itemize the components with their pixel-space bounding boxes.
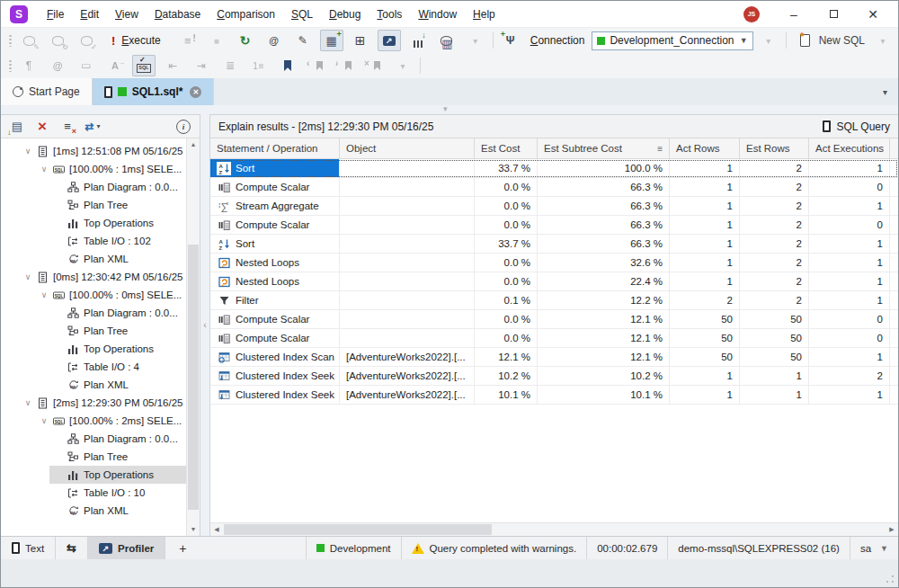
cell-est-cost[interactable]: 10.1 %: [475, 386, 538, 404]
profiler-chart-icon[interactable]: [378, 30, 401, 51]
edit-script-icon[interactable]: [291, 30, 315, 51]
table-row[interactable]: AZ ∑x Filter 0.1 % 1: [210, 291, 898, 310]
cell-act-executions[interactable]: 2: [809, 367, 890, 385]
clear-sessions-icon[interactable]: [56, 116, 79, 138]
cell-est-rows[interactable]: 2: [740, 272, 809, 290]
collapse-panel-icon[interactable]: ‹: [203, 320, 206, 330]
cell-operation[interactable]: AZ ∑x Compute Scalar: [210, 216, 340, 234]
cell-object[interactable]: [340, 178, 475, 196]
cell-operation[interactable]: AZ ∑x Filter: [210, 291, 340, 309]
tree-item[interactable]: SQL XML Plan XML: [1, 250, 186, 268]
cell-act-rows[interactable]: 1: [670, 272, 740, 290]
cell-est-subtree-cost[interactable]: 66.3 %: [538, 216, 670, 234]
cell-act-rows[interactable]: 1: [670, 386, 740, 404]
numbered-list-icon[interactable]: [247, 55, 271, 76]
cell-act-executions[interactable]: 1: [809, 197, 890, 215]
tab-list-caret-icon[interactable]: ▾: [883, 87, 898, 97]
column-header-act-rows[interactable]: Act Rows: [670, 138, 740, 158]
table-row[interactable]: AZ ∑x Compute Scalar 0.0 %: [210, 178, 898, 197]
cell-est-rows[interactable]: 2: [740, 178, 809, 196]
add-table-grid-icon[interactable]: [320, 30, 343, 51]
cell-operation[interactable]: AZ ∑x Stream Aggregate: [210, 197, 340, 215]
tree-item[interactable]: ∨ SQL XML [100.00% : 1ms] SELE...: [1, 160, 186, 178]
cell-est-subtree-cost[interactable]: 10.2 %: [538, 367, 670, 385]
cell-act-rows[interactable]: 50: [670, 348, 740, 366]
cell-est-rows[interactable]: 50: [740, 310, 809, 328]
cell-object[interactable]: [340, 197, 475, 215]
db-report-icon[interactable]: [435, 30, 458, 51]
toolbar-grip[interactable]: [9, 34, 12, 47]
tree-item[interactable]: SQL XML Plan XML: [1, 376, 186, 394]
expander-icon[interactable]: ∨: [21, 272, 35, 281]
cell-object[interactable]: [340, 254, 475, 272]
bookmark-clear-icon[interactable]: [362, 55, 386, 76]
scrollbar-thumb[interactable]: [224, 524, 492, 535]
cell-est-rows[interactable]: 2: [740, 197, 809, 215]
cell-act-executions[interactable]: 0: [809, 310, 890, 328]
scrollbar-thumb[interactable]: [188, 245, 199, 510]
cell-act-executions[interactable]: 1: [809, 291, 890, 309]
expander-icon[interactable]: ∨: [37, 290, 51, 299]
connection-select[interactable]: Development_Connection ▼: [592, 31, 752, 50]
scroll-left-icon[interactable]: ◀: [210, 523, 223, 536]
cell-est-rows[interactable]: 1: [740, 367, 809, 385]
table-row[interactable]: AZ ∑x Compute Scalar 0.0 %: [210, 216, 898, 235]
cell-est-subtree-cost[interactable]: 66.3 %: [538, 178, 670, 196]
user-avatar[interactable]: JS: [743, 6, 760, 22]
menu-item[interactable]: Help: [465, 4, 503, 24]
bookmark-icon[interactable]: [276, 55, 299, 76]
menu-item[interactable]: Comparison: [209, 4, 283, 24]
cell-object[interactable]: [AdventureWorks2022].[...: [340, 348, 475, 366]
tab-start-page[interactable]: Start Page: [1, 78, 93, 105]
cell-est-rows[interactable]: 2: [740, 254, 809, 272]
menu-item[interactable]: Tools: [369, 4, 410, 24]
cell-object[interactable]: [340, 235, 475, 253]
cell-est-rows[interactable]: 50: [740, 329, 809, 347]
table-row[interactable]: AZ ∑x Clustered Index Seek [AdventureWor…: [210, 386, 898, 405]
table-row[interactable]: AZ ∑x Compute Scalar 0.0 %: [210, 329, 898, 348]
connection-options-caret[interactable]: [757, 30, 780, 51]
menu-item[interactable]: SQL: [283, 4, 321, 24]
cell-object[interactable]: [340, 310, 475, 328]
close-tab-icon[interactable]: ✕: [190, 86, 201, 98]
menu-item[interactable]: View: [107, 4, 147, 24]
scroll-up-icon[interactable]: ▲: [187, 138, 200, 151]
chevron-down-icon[interactable]: ▼: [740, 36, 748, 45]
sort-indicator-icon[interactable]: ≡: [657, 144, 663, 154]
expander-icon[interactable]: ∨: [37, 165, 51, 174]
table-row[interactable]: AZ ∑x Sort 33.7 % 10: [210, 159, 898, 178]
cell-est-rows[interactable]: 50: [740, 348, 809, 366]
cell-est-subtree-cost[interactable]: 12.1 %: [538, 310, 670, 328]
db-edit-icon[interactable]: [17, 30, 40, 51]
cell-est-cost[interactable]: 12.1 %: [475, 348, 538, 366]
add-view-button[interactable]: +: [165, 537, 200, 559]
cell-est-rows[interactable]: 2: [740, 216, 809, 234]
cell-operation[interactable]: AZ ∑x Clustered Index Seek: [210, 367, 340, 385]
column-header-statement[interactable]: Statement / Operation: [210, 138, 340, 158]
tree-item[interactable]: SQL XML Plan Diagram : 0.0...: [1, 304, 186, 322]
user-selector[interactable]: sa ▼: [850, 537, 898, 559]
layout-windows-icon[interactable]: [349, 30, 372, 51]
cell-object[interactable]: [340, 216, 475, 234]
table-row[interactable]: AZ ∑x Stream Aggregate 0.0 %: [210, 197, 898, 216]
cell-act-executions[interactable]: 1: [809, 254, 890, 272]
at-search-icon[interactable]: [46, 55, 69, 76]
cell-operation[interactable]: AZ ∑x Clustered Index Seek: [210, 386, 340, 404]
tree-item[interactable]: SQL XML Top Operations: [1, 214, 186, 232]
cell-est-subtree-cost[interactable]: 32.6 %: [538, 254, 670, 272]
cell-act-executions[interactable]: 1: [809, 159, 890, 177]
cell-operation[interactable]: AZ ∑x Sort: [210, 159, 340, 177]
cell-est-rows[interactable]: 2: [740, 159, 809, 177]
expander-icon[interactable]: ∨: [37, 416, 51, 425]
cell-operation[interactable]: AZ ∑x Compute Scalar: [210, 310, 340, 328]
cell-act-executions[interactable]: 0: [809, 329, 890, 347]
tree-item[interactable]: ∨ SQL XML [2ms] 12:29:30 PM 05/16/25: [1, 394, 186, 412]
new-connection-icon[interactable]: [499, 30, 522, 51]
menu-item[interactable]: Window: [410, 4, 465, 24]
stop-icon[interactable]: [205, 30, 228, 51]
horizontal-scrollbar[interactable]: ◀ ▶: [210, 522, 898, 536]
cell-act-rows[interactable]: 1: [670, 216, 740, 234]
view-mode-icon[interactable]: [81, 116, 104, 138]
info-icon[interactable]: [172, 116, 195, 138]
cell-act-executions[interactable]: 1: [809, 235, 890, 253]
